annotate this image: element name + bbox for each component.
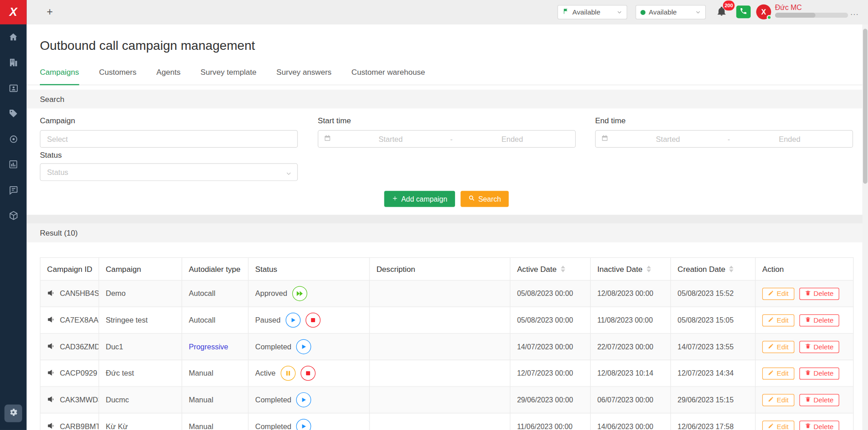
play-circle-button[interactable] xyxy=(296,419,311,430)
app-logo[interactable]: X xyxy=(0,0,27,24)
edit-button[interactable]: Edit xyxy=(762,314,794,326)
add-campaign-button[interactable]: Add campaign xyxy=(384,191,455,207)
user-name: Đức MC xyxy=(775,3,802,11)
notifications-button[interactable]: 200 xyxy=(716,5,729,20)
sort-icon[interactable] xyxy=(729,266,734,272)
chevron-down-icon xyxy=(695,10,701,15)
end-time-from-input[interactable] xyxy=(611,135,725,143)
status-text: Paused xyxy=(255,316,281,324)
call-button[interactable] xyxy=(736,5,751,18)
inactive-date: 12/08/2023 00:00 xyxy=(591,280,671,307)
new-tab-button[interactable]: + xyxy=(42,5,58,20)
campaign-id: CAK3MWD3 xyxy=(60,396,99,404)
calendar-icon xyxy=(324,134,331,144)
col-active-date[interactable]: Active Date xyxy=(510,258,590,280)
delete-button[interactable]: Delete xyxy=(799,367,839,379)
col-inactive-date[interactable]: Inactive Date xyxy=(591,258,671,280)
sort-icon[interactable] xyxy=(646,266,651,272)
status-controls xyxy=(287,286,307,301)
delete-button[interactable]: Delete xyxy=(799,420,839,430)
sidebar-item-reports[interactable] xyxy=(0,152,27,177)
play-circle-button[interactable] xyxy=(286,313,301,328)
play-circle-button[interactable] xyxy=(296,339,311,354)
edit-button[interactable]: Edit xyxy=(762,367,794,379)
active-date: 29/06/2023 00:00 xyxy=(510,387,590,413)
page-tabs: Campaigns Customers Agents Survey templa… xyxy=(27,68,863,85)
sidebar-item-chat[interactable] xyxy=(0,177,27,203)
campaign-name: Demo xyxy=(99,280,182,307)
agent-status-select-1[interactable]: Available xyxy=(558,5,627,19)
edit-button[interactable]: Edit xyxy=(762,341,794,353)
stop-circle-button[interactable] xyxy=(305,313,320,328)
tab-customer-warehouse[interactable]: Customer warehouse xyxy=(351,68,425,85)
tab-survey-answers[interactable]: Survey answers xyxy=(276,68,332,85)
tab-agents[interactable]: Agents xyxy=(156,68,180,85)
status-text: Active xyxy=(255,369,276,377)
end-time-to-input[interactable] xyxy=(732,135,847,143)
sidebar-settings-button[interactable] xyxy=(5,405,22,422)
campaign-select-input[interactable] xyxy=(40,130,297,147)
edit-button[interactable]: Edit xyxy=(762,394,794,406)
start-time-from-input[interactable] xyxy=(333,135,448,143)
start-time-range-picker[interactable]: - xyxy=(318,130,576,148)
delete-button[interactable]: Delete xyxy=(799,394,839,406)
form-buttons: Add campaign Search xyxy=(40,191,853,207)
col-action: Action xyxy=(755,258,853,280)
agent-status-select-2[interactable]: Available xyxy=(635,5,706,19)
campaign-name: Duc1 xyxy=(99,333,182,360)
tab-survey-template[interactable]: Survey template xyxy=(200,68,257,85)
sort-icon[interactable] xyxy=(561,266,565,272)
delete-button[interactable]: Delete xyxy=(799,287,839,300)
tab-campaigns[interactable]: Campaigns xyxy=(40,68,79,85)
inactive-date: 14/06/2023 00:00 xyxy=(591,413,671,430)
megaphone-icon xyxy=(47,342,55,352)
status-select[interactable] xyxy=(40,163,298,181)
pencil-icon xyxy=(768,343,774,351)
end-time-range-picker[interactable]: - xyxy=(595,130,853,148)
range-separator: - xyxy=(450,135,452,143)
status-controls xyxy=(291,392,311,407)
megaphone-icon xyxy=(47,395,55,405)
presence-dot-icon xyxy=(767,15,772,20)
col-creation-date[interactable]: Creation Date xyxy=(671,258,756,280)
sidebar-item-campaigns[interactable] xyxy=(0,126,27,151)
campaign-name: Kừ Kừ xyxy=(99,413,182,430)
tab-customers[interactable]: Customers xyxy=(99,68,136,85)
status-controls xyxy=(291,419,311,430)
description xyxy=(369,387,510,413)
play-circle-button[interactable] xyxy=(296,392,311,407)
start-time-to-input[interactable] xyxy=(455,135,570,143)
autodialer-type[interactable]: Progressive xyxy=(189,343,228,351)
pause-circle-button[interactable] xyxy=(281,366,296,381)
scrollbar-thumb[interactable] xyxy=(863,29,868,184)
calendar-icon xyxy=(601,134,608,144)
sidebar-item-contacts[interactable] xyxy=(0,75,27,101)
inactive-date: 22/07/2023 00:00 xyxy=(591,333,671,360)
autodialer-type: Manual xyxy=(189,396,213,404)
sidebar-item-organization[interactable] xyxy=(0,50,27,75)
gear-icon xyxy=(8,407,18,420)
logo-x-icon: X xyxy=(10,5,17,19)
creation-date: 12/07/2023 14:34 xyxy=(671,360,756,387)
status-select-input[interactable] xyxy=(40,164,297,181)
resume-circle-button[interactable] xyxy=(292,286,307,301)
user-avatar[interactable]: X xyxy=(756,5,771,19)
active-date: 12/07/2023 00:00 xyxy=(510,360,590,387)
edit-button[interactable]: Edit xyxy=(762,287,794,300)
edit-button[interactable]: Edit xyxy=(762,420,794,430)
app-root: X + xyxy=(0,0,868,430)
campaign-select[interactable] xyxy=(40,130,298,148)
stop-circle-button[interactable] xyxy=(301,366,315,381)
delete-button[interactable]: Delete xyxy=(799,314,839,326)
target-icon xyxy=(8,134,19,144)
search-button[interactable]: Search xyxy=(461,191,509,207)
sidebar-item-home[interactable] xyxy=(0,24,27,50)
delete-button[interactable]: Delete xyxy=(799,341,839,353)
topbar: + Available Available 200 X Đức MC ... xyxy=(27,0,868,24)
creation-date: 29/06/2023 15:15 xyxy=(671,387,756,413)
campaign-header-card: Outbound call campaign management Campai… xyxy=(27,24,863,215)
sidebar-item-tags[interactable] xyxy=(0,101,27,126)
status-dot-icon xyxy=(640,10,645,14)
sidebar-item-integrations[interactable] xyxy=(0,203,27,228)
campaigns-table: Campaign ID Campaign Autodialer type Sta… xyxy=(40,257,863,430)
